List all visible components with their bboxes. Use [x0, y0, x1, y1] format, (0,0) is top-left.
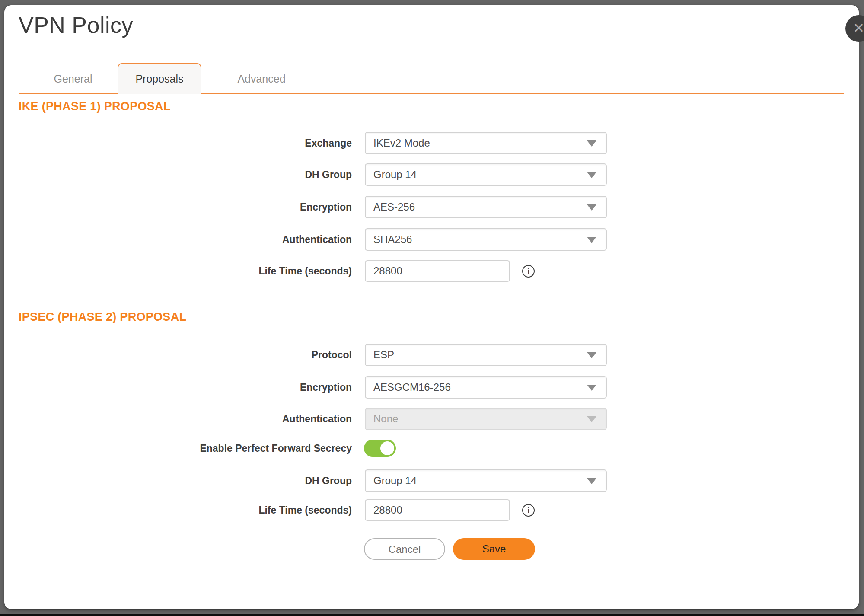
tab-general[interactable]: General	[40, 63, 106, 94]
authentication-value: SHA256	[373, 233, 412, 245]
chevron-down-icon	[587, 416, 596, 422]
encryption-select[interactable]: AES-256	[365, 196, 607, 218]
protocol-select[interactable]: ESP	[365, 344, 607, 366]
form-row: Encryption AES-256	[0, 196, 864, 218]
form-row: Authentication SHA256	[0, 228, 864, 251]
dh-group-select[interactable]: Group 14	[365, 163, 607, 186]
dh-group-value: Group 14	[373, 169, 417, 180]
tab-advanced[interactable]: Advanced	[228, 63, 295, 94]
life-time-label: Life Time (seconds)	[0, 260, 352, 282]
section-heading-ike-phase1: IKE (PHASE 1) PROPOSAL	[19, 100, 171, 113]
ipsec-dh-group-label: DH Group	[0, 469, 352, 492]
ipsec-encryption-select[interactable]: AESGCM16-256	[365, 376, 607, 399]
chevron-down-icon	[587, 172, 596, 178]
pfs-label: Enable Perfect Forward Secrecy	[0, 440, 352, 457]
form-row: DH Group Group 14	[0, 469, 864, 492]
page-bottom-edge	[0, 614, 864, 616]
encryption-label: Encryption	[0, 196, 352, 218]
exchange-select[interactable]: IKEv2 Mode	[365, 132, 607, 154]
ipsec-life-time-input[interactable]: 28800	[365, 499, 510, 521]
form-row: Life Time (seconds) 28800 i	[0, 260, 864, 282]
chevron-down-icon	[587, 478, 596, 484]
form-row: Encryption AESGCM16-256	[0, 376, 864, 399]
ipsec-encryption-value: AESGCM16-256	[373, 381, 451, 393]
ipsec-encryption-label: Encryption	[0, 376, 352, 399]
chevron-down-icon	[587, 352, 596, 358]
life-time-input[interactable]: 28800	[365, 260, 510, 282]
chevron-down-icon	[587, 140, 596, 147]
form-row: DH Group Group 14	[0, 163, 864, 186]
ipsec-authentication-select: None	[365, 408, 607, 430]
ipsec-authentication-label: Authentication	[0, 408, 352, 430]
ipsec-dh-group-value: Group 14	[373, 475, 417, 486]
info-icon[interactable]: i	[522, 265, 535, 278]
info-icon[interactable]: i	[522, 504, 535, 517]
authentication-select[interactable]: SHA256	[365, 228, 607, 251]
toggle-knob	[380, 441, 394, 455]
form-row: Exchange IKEv2 Mode	[0, 132, 864, 154]
exchange-label: Exchange	[0, 132, 352, 154]
ipsec-dh-group-select[interactable]: Group 14	[365, 469, 607, 492]
protocol-label: Protocol	[0, 344, 352, 366]
chevron-down-icon	[587, 385, 596, 391]
form-row: Life Time (seconds) 28800 i	[0, 499, 864, 521]
section-heading-ipsec-phase2: IPSEC (PHASE 2) PROPOSAL	[19, 310, 186, 324]
exchange-value: IKEv2 Mode	[373, 137, 430, 149]
form-row: Protocol ESP	[0, 344, 864, 366]
save-button[interactable]: Save	[453, 538, 535, 560]
authentication-label: Authentication	[0, 228, 352, 251]
page-title: VPN Policy	[19, 12, 133, 38]
section-divider	[19, 306, 844, 306]
form-row: Authentication None	[0, 408, 864, 430]
chevron-down-icon	[587, 204, 596, 211]
ipsec-authentication-value: None	[373, 413, 398, 424]
dh-group-label: DH Group	[0, 163, 352, 186]
ipsec-life-time-label: Life Time (seconds)	[0, 499, 352, 521]
cancel-button[interactable]: Cancel	[364, 538, 445, 560]
encryption-value: AES-256	[373, 201, 415, 213]
form-row: Enable Perfect Forward Secrecy	[0, 440, 864, 457]
tab-proposals[interactable]: Proposals	[118, 63, 201, 94]
pfs-toggle[interactable]	[364, 440, 396, 457]
protocol-value: ESP	[373, 349, 394, 361]
chevron-down-icon	[587, 237, 596, 243]
